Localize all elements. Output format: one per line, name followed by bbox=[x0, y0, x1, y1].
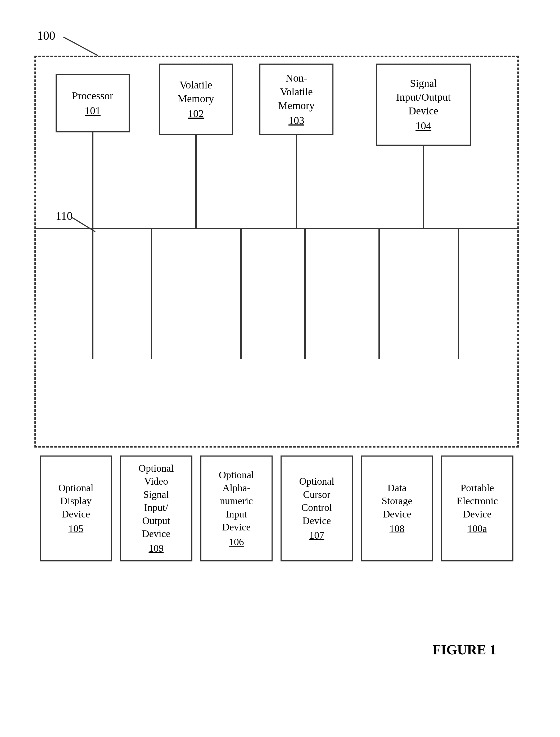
svg-line-0 bbox=[64, 37, 98, 56]
alpha-label: OptionalAlpha-numericInputDevice bbox=[219, 469, 254, 534]
wire-video bbox=[151, 229, 152, 359]
wire-portable bbox=[458, 229, 459, 359]
portable-ref: 100a bbox=[467, 522, 487, 535]
volatile-label: VolatileMemory bbox=[178, 78, 214, 106]
cursor-ref: 107 bbox=[309, 529, 324, 542]
video-label: OptionalVideoSignalInput/OutputDevice bbox=[139, 462, 174, 540]
bus-arrow bbox=[64, 214, 101, 236]
processor-label: Processor bbox=[72, 89, 113, 103]
alpha-ref: 106 bbox=[229, 536, 244, 549]
cursor-box: OptionalCursorControlDevice 107 bbox=[281, 456, 353, 562]
display-ref: 105 bbox=[68, 522, 83, 535]
wire-alpha bbox=[240, 229, 242, 359]
nonvolatile-ref: 103 bbox=[288, 114, 304, 127]
alphanumeric-box: OptionalAlpha-numericInputDevice 106 bbox=[200, 456, 273, 562]
volatile-ref: 102 bbox=[188, 107, 204, 120]
volatile-memory-box: VolatileMemory 102 bbox=[159, 64, 233, 135]
portable-label: PortableElectronicDevice bbox=[457, 482, 498, 521]
nonvolatile-memory-box: Non-VolatileMemory 103 bbox=[259, 64, 333, 135]
signal-label: SignalInput/OutputDevice bbox=[396, 76, 451, 118]
cursor-label: OptionalCursorControlDevice bbox=[299, 475, 334, 527]
wire-signal bbox=[423, 146, 424, 229]
video-ref: 109 bbox=[148, 542, 164, 555]
display-box: OptionalDisplayDevice 105 bbox=[40, 456, 112, 562]
processor-ref: 101 bbox=[85, 104, 101, 118]
display-label: OptionalDisplayDevice bbox=[58, 482, 93, 521]
signal-ref: 104 bbox=[416, 119, 431, 133]
bus-line bbox=[34, 228, 519, 229]
video-box: OptionalVideoSignalInput/OutputDevice 10… bbox=[120, 456, 192, 562]
diagram-page: 100 Processor 101 VolatileMemory 102 Non… bbox=[0, 0, 560, 737]
wire-nonvolatile bbox=[296, 135, 297, 229]
signal-io-box: SignalInput/OutputDevice 104 bbox=[376, 64, 471, 146]
wire-display bbox=[92, 229, 93, 359]
nonvolatile-label: Non-VolatileMemory bbox=[278, 71, 315, 112]
datastorage-ref: 108 bbox=[389, 522, 404, 535]
portable-box: PortableElectronicDevice 100a bbox=[441, 456, 513, 562]
processor-box: Processor 101 bbox=[56, 74, 130, 132]
datastorage-label: DataStorageDevice bbox=[382, 482, 412, 521]
svg-line-1 bbox=[71, 217, 95, 232]
bottom-components: OptionalDisplayDevice 105 OptionalVideoS… bbox=[34, 456, 519, 562]
wire-processor bbox=[92, 132, 93, 229]
wire-cursor bbox=[304, 229, 306, 359]
wire-datastorage bbox=[378, 229, 380, 359]
system-ref-label: 100 bbox=[37, 29, 55, 43]
figure-label: FIGURE 1 bbox=[433, 642, 496, 658]
datastorage-box: DataStorageDevice 108 bbox=[361, 456, 433, 562]
wire-volatile bbox=[195, 135, 197, 229]
